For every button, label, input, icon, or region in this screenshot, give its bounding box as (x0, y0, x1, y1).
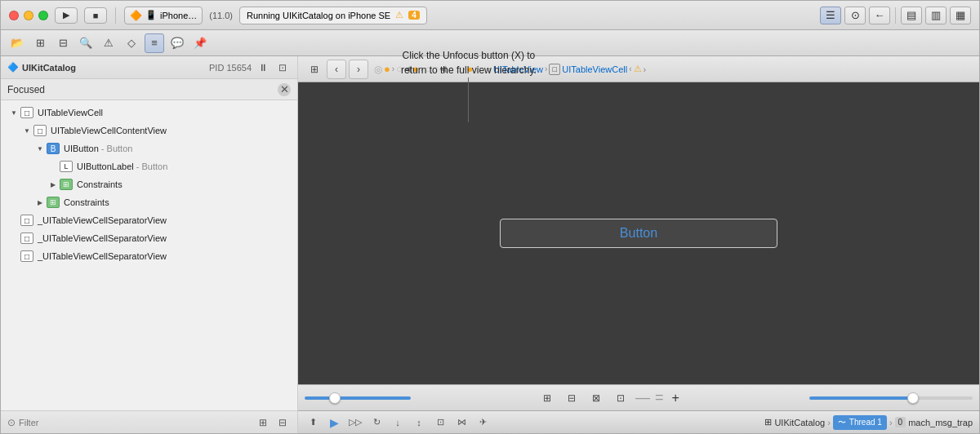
zoom-slider-thumb[interactable] (329, 392, 341, 404)
panel-left-icon[interactable]: ▤ (901, 7, 922, 24)
node-arrow1[interactable]: ◀ (404, 64, 411, 74)
expand-arrow[interactable]: ▶ (35, 197, 45, 207)
list-item[interactable]: ▶ ⊞ Constraints (1, 175, 297, 193)
close-window-button[interactable] (9, 11, 19, 20)
back-icon[interactable]: ← (869, 7, 890, 24)
depth-slider-thumb[interactable] (907, 392, 919, 404)
thread-label: Thread 1 (849, 418, 882, 427)
frame-btn-1[interactable]: ⊞ (537, 388, 557, 408)
frame-btn-4[interactable]: ⊡ (611, 388, 630, 408)
comment-btn[interactable]: 💬 (167, 33, 187, 53)
expand-arrow[interactable]: ▶ (48, 179, 58, 189)
nav-prev-btn[interactable]: ‹ (327, 60, 346, 79)
filter-input[interactable] (19, 418, 252, 427)
zoom-slider[interactable] (305, 396, 411, 400)
breadcrumb: › UITableView › □ UITableViewCell ‹ ⚠ › (488, 64, 646, 75)
status-icon-1[interactable]: ⬆ (305, 414, 321, 431)
toolbar-separator (115, 7, 116, 24)
node-4[interactable]: ○ (425, 63, 431, 75)
list-item[interactable]: ▶ □ _UITableViewCellSeparatorView (1, 229, 297, 247)
list-item[interactable]: ▼ □ UITableViewCell (1, 104, 297, 122)
inspect-btn[interactable]: ⊡ (274, 60, 291, 76)
node-box3[interactable]: □ (474, 64, 479, 73)
focused-label: Focused (7, 84, 45, 95)
status-icon-9[interactable]: ✈ (474, 414, 491, 431)
node-box2[interactable]: □ (456, 64, 461, 73)
collapse-arrow[interactable]: ▼ (9, 108, 19, 117)
status-icon-6[interactable]: ↕ (411, 414, 427, 431)
status-icon-2[interactable]: ▶ (326, 414, 342, 431)
stop-button[interactable]: ■ (84, 7, 107, 24)
run-button[interactable]: ▶ (55, 7, 78, 24)
breadcrumb-next[interactable]: › (644, 64, 647, 74)
breadcrumb-uitableviewcell[interactable]: UITableViewCell (562, 64, 627, 74)
node-1[interactable]: ● (384, 63, 390, 75)
status-app-icon: ⊞ (764, 417, 772, 427)
folder-btn[interactable]: 📂 (7, 33, 27, 53)
status-icon-8[interactable]: ⋈ (453, 414, 470, 431)
list-btn[interactable]: ≡ (145, 33, 164, 53)
status-icon-7[interactable]: ⊡ (432, 414, 448, 431)
diamond-btn[interactable]: ◇ (122, 33, 141, 53)
list-item[interactable]: ▼ B UIButton - Button (1, 140, 297, 157)
view-icon: □ (33, 125, 47, 136)
list-item[interactable]: ▼ □ UITableViewCellContentView (1, 122, 297, 140)
list-item[interactable]: ▶ ⊞ Constraints (1, 193, 297, 211)
breadcrumb-warning: ⚠ (634, 64, 642, 74)
node-arrow2[interactable]: ◀ (439, 64, 446, 74)
status-icon-5[interactable]: ↓ (390, 414, 406, 431)
warning-badge: 4 (408, 11, 420, 20)
frame-btn-2[interactable]: ⊟ (562, 388, 581, 408)
warning-icon: ⚠ (395, 10, 403, 20)
pin-btn[interactable]: 📌 (190, 33, 210, 53)
tree-view[interactable]: ▼ □ UITableViewCell ▼ □ UITableViewCellC… (1, 100, 297, 410)
label-icon: L (60, 161, 73, 172)
grid-toggle-btn[interactable]: ⊞ (305, 60, 324, 79)
right-panel: ⊞ ‹ › ◎ ● › ○ ◀ ● › ○ □ ◀ ○ □ › (298, 56, 979, 433)
list-item[interactable]: ▶ □ _UITableViewCellSeparatorView (1, 211, 297, 229)
focused-bar: Focused ✕ (1, 79, 297, 100)
status-icon-3[interactable]: ▷▷ (347, 414, 363, 431)
maximize-window-button[interactable] (38, 11, 48, 20)
depth-slider[interactable] (809, 396, 973, 400)
view-btn[interactable]: ⊞ (30, 33, 50, 53)
grid-view-btn[interactable]: ⊟ (274, 414, 291, 431)
depth-slider-container (809, 396, 973, 400)
view-icon: □ (20, 250, 33, 262)
warning-btn[interactable]: ⚠ (99, 33, 118, 53)
collapse-arrow[interactable]: ▼ (35, 144, 45, 153)
debug-toolbar: 📂 ⊞ ⊟ 🔍 ⚠ ◇ ≡ 💬 📌 (1, 30, 979, 56)
run-status-text: Running UIKitCatalog on iPhone SE (247, 11, 390, 20)
grid-btn[interactable]: ⊟ (53, 33, 73, 53)
node-3[interactable]: ● (412, 63, 419, 75)
left-panel: 🔷 UIKitCatalog PID 15654 ⏸ ⊡ Focused ✕ ▼… (1, 56, 298, 433)
frame-btn-3[interactable]: ⊠ (586, 388, 606, 408)
device-selector[interactable]: 🔶 📱 iPhone… (124, 7, 203, 24)
collapse-arrow[interactable]: ▼ (22, 126, 32, 135)
panel-center-icon[interactable]: ▥ (925, 7, 947, 24)
status-app-name: UIKitCatalog (774, 418, 825, 427)
unfocus-button[interactable]: ✕ (278, 83, 291, 96)
filter-icon: ⊙ (7, 417, 16, 428)
info-icon[interactable]: ⊙ (844, 7, 866, 24)
node-globe[interactable]: ◎ (374, 64, 382, 75)
pause-btn[interactable]: ⏸ (255, 60, 271, 76)
node-6[interactable]: ● (466, 63, 473, 75)
minimize-window-button[interactable] (24, 11, 33, 20)
sep2: = (655, 389, 664, 406)
list-item[interactable]: ▶ L UIButtonLabel - Button (1, 157, 297, 175)
breadcrumb-uitableview[interactable]: UITableView (493, 64, 543, 74)
layout-lines-icon[interactable]: ☰ (820, 7, 841, 24)
node-5[interactable]: ○ (448, 63, 454, 75)
panel-right-icon[interactable]: ▦ (950, 7, 971, 24)
search-btn[interactable]: 🔍 (76, 33, 96, 53)
run-status-bar: Running UIKitCatalog on iPhone SE ⚠ 4 (239, 7, 427, 24)
status-icon-4[interactable]: ↻ (368, 414, 385, 431)
node-box1[interactable]: □ (433, 64, 438, 73)
list-item[interactable]: ▶ □ _UITableViewCellSeparatorView (1, 247, 297, 265)
list-view-btn[interactable]: ⊞ (255, 414, 271, 431)
plus-btn[interactable]: + (669, 391, 683, 405)
tree-label: _UITableViewCellSeparatorView (38, 215, 167, 225)
nav-next-btn[interactable]: › (349, 60, 368, 79)
node-2[interactable]: ○ (396, 63, 403, 75)
